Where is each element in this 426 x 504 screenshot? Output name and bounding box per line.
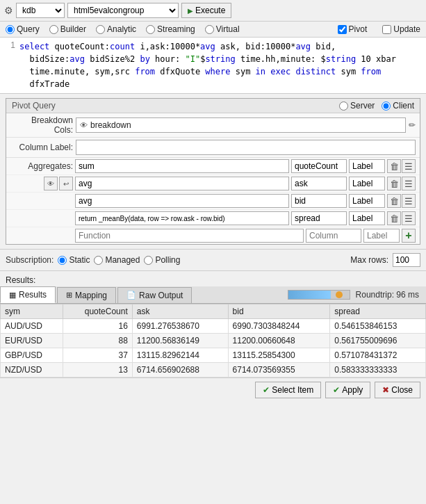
managed-radio[interactable] — [94, 256, 103, 265]
close-label: Close — [391, 385, 413, 395]
apply-check-icon: ✔ — [333, 385, 340, 395]
column-label-input[interactable] — [76, 140, 416, 155]
table-row: NZD/USD 13 6714.656902688 6714.073569355… — [1, 363, 426, 377]
connection-select[interactable]: html5evalcongroup — [67, 3, 179, 18]
roundtrip-text: Roundtrip: 96 ms — [356, 290, 419, 300]
table-header-row: sym quoteCount ask bid spread — [1, 304, 426, 319]
agg-col-1[interactable] — [291, 177, 347, 190]
radio-virtual[interactable]: Virtual — [205, 24, 240, 34]
cell-bid: 11200.00660648 — [228, 334, 330, 348]
cell-quotecount: 37 — [63, 348, 132, 363]
cell-spread: 0.583333333333 — [330, 363, 426, 377]
agg-col-2[interactable] — [291, 194, 347, 208]
progress-dot — [336, 291, 343, 298]
agg-delete-1[interactable]: 🗑 — [387, 177, 401, 190]
column-label-label: Column Label: — [10, 143, 73, 152]
apply-label: Apply — [342, 385, 363, 395]
results-header: Results: — [0, 274, 426, 286]
static-radio[interactable] — [58, 256, 67, 265]
max-rows-input[interactable] — [393, 253, 420, 267]
agg-func-2[interactable] — [75, 194, 289, 208]
agg-lbl-0[interactable] — [349, 159, 385, 173]
agg-icons-0: 🗑 ☰ — [387, 159, 416, 173]
pivot-query-section: Pivot Query Server Client Breakdown Cols… — [6, 98, 420, 245]
polling-radio[interactable] — [144, 256, 153, 265]
lbl-input[interactable] — [363, 229, 400, 243]
agg-menu-3[interactable]: ☰ — [402, 211, 416, 225]
apply-button[interactable]: ✔ Apply — [325, 382, 370, 398]
agg-menu-0[interactable]: ☰ — [402, 159, 416, 173]
cell-ask: 6991.276538670 — [132, 319, 228, 334]
tab-mapping[interactable]: ⊞ Mapping — [57, 287, 116, 303]
breakdown-field[interactable]: 👁 breakdown — [76, 117, 406, 133]
agg-col-0[interactable] — [291, 159, 347, 173]
pivot-section-header: Pivot Query Server Client — [6, 99, 420, 113]
agg-delete-3[interactable]: 🗑 — [387, 211, 401, 225]
aggregates-label: Aggregates: — [10, 161, 73, 171]
server-radio[interactable] — [339, 101, 348, 111]
tab-raw-output[interactable]: 📄 Raw Output — [117, 287, 192, 303]
progress-bar — [288, 290, 350, 300]
copy-btn-1[interactable]: ↩ — [59, 177, 73, 190]
polling-radio-label[interactable]: Polling — [144, 255, 180, 265]
static-label: Static — [69, 255, 90, 265]
agg-func-3[interactable] — [75, 211, 289, 225]
radio-builder[interactable]: Builder — [49, 24, 86, 34]
pivot-checkbox-label[interactable]: Pivot — [338, 24, 368, 34]
agg-lbl-1[interactable] — [349, 177, 385, 190]
query-text[interactable]: select quoteCount:count i,ask:10000*avg … — [19, 40, 422, 90]
managed-radio-label[interactable]: Managed — [94, 255, 140, 265]
col-input[interactable] — [306, 229, 361, 243]
tab-results[interactable]: ▦ Results — [0, 286, 56, 303]
mapping-tab-label: Mapping — [75, 291, 107, 300]
results-table-wrapper[interactable]: sym quoteCount ask bid spread AUD/USD 16… — [0, 304, 426, 377]
static-radio-label[interactable]: Static — [58, 255, 90, 265]
radio-analytic[interactable]: Analytic — [96, 24, 136, 34]
results-table: sym quoteCount ask bid spread AUD/USD 16… — [0, 304, 426, 377]
subscription-section: Subscription: Static Managed Polling Max… — [0, 249, 426, 271]
managed-label: Managed — [105, 255, 140, 265]
query-label: Query — [17, 24, 40, 34]
add-agg-button[interactable]: + — [402, 229, 416, 243]
agg-func-0[interactable] — [75, 159, 289, 173]
client-radio-label[interactable]: Client — [382, 101, 414, 111]
agg-delete-2[interactable]: 🗑 — [387, 194, 401, 208]
agg-col-3[interactable] — [291, 211, 347, 225]
server-radio-label[interactable]: Server — [339, 101, 375, 111]
results-label: Results: — [6, 275, 35, 285]
func-input[interactable] — [75, 229, 304, 243]
radio-query[interactable]: Query — [6, 24, 40, 34]
pencil-icon[interactable]: ✏ — [409, 120, 416, 130]
select-item-button[interactable]: ✔ Select Item — [255, 382, 321, 398]
pivot-section-title: Pivot Query — [12, 101, 56, 111]
cell-ask: 6714.656902688 — [132, 363, 228, 377]
agg-delete-0[interactable]: 🗑 — [387, 159, 401, 173]
client-radio[interactable] — [382, 101, 391, 111]
agg-lbl-3[interactable] — [349, 211, 385, 225]
radio-streaming[interactable]: Streaming — [146, 24, 195, 34]
agg-func-1[interactable] — [75, 177, 289, 190]
pivot-checkbox[interactable] — [338, 25, 347, 34]
select-item-label: Select Item — [272, 385, 313, 395]
agg-menu-1[interactable]: ☰ — [402, 177, 416, 190]
toolbar: ⚙ kdb html5evalcongroup ▶ Execute — [0, 0, 426, 22]
col-header-sym: sym — [1, 304, 63, 319]
eye-btn-1[interactable]: 👁 — [44, 177, 58, 190]
close-button[interactable]: ✖ Close — [375, 382, 420, 398]
func-placeholder-row: + — [6, 227, 420, 244]
agg-lbl-2[interactable] — [349, 194, 385, 208]
update-checkbox[interactable] — [382, 25, 391, 34]
execute-button[interactable]: ▶ Execute — [181, 3, 231, 18]
results-tab-icon: ▦ — [9, 291, 16, 300]
line-number: 1 — [4, 40, 15, 90]
table-row: GBP/USD 37 13115.82962144 13115.25854300… — [1, 348, 426, 363]
analytic-label: Analytic — [107, 24, 136, 34]
db-select[interactable]: kdb — [16, 3, 65, 18]
streaming-label: Streaming — [157, 24, 195, 34]
col-header-quotecount: quoteCount — [63, 304, 132, 319]
update-checkbox-label[interactable]: Update — [382, 24, 420, 34]
gear-icon: ⚙ — [4, 5, 13, 16]
results-tab-label: Results — [19, 290, 47, 300]
agg-menu-2[interactable]: ☰ — [402, 194, 416, 208]
eye-icon: 👁 — [80, 121, 88, 129]
